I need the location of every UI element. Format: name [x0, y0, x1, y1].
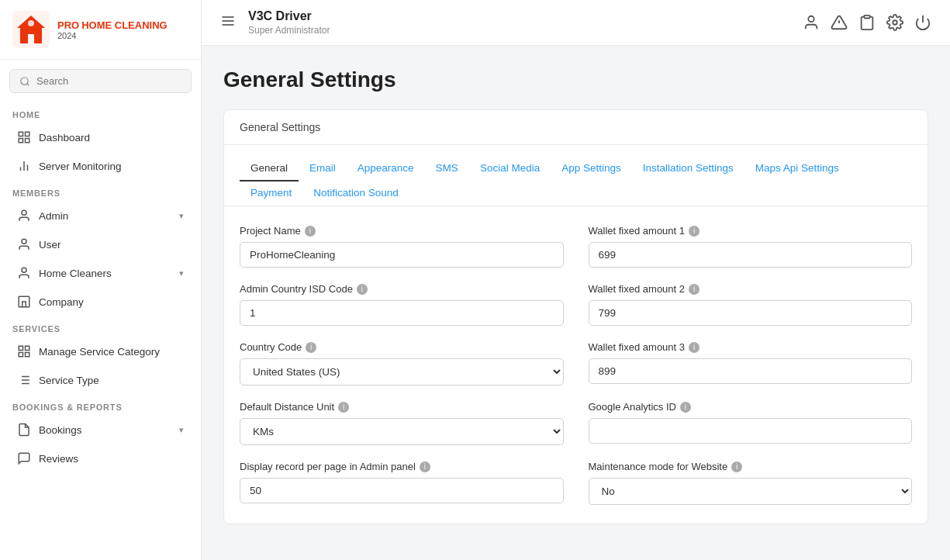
tab-email[interactable]: Email: [299, 156, 347, 181]
sidebar-item-bookings[interactable]: Bookings ▾: [5, 416, 196, 444]
user-icon[interactable]: [803, 14, 820, 31]
info-icon[interactable]: i: [689, 342, 700, 353]
section-label-members: MEMBERS: [0, 181, 201, 201]
building-icon: [17, 295, 31, 309]
svg-rect-5: [19, 132, 22, 136]
input-wallet-fixed-amount-2[interactable]: [589, 300, 913, 326]
search-bar[interactable]: [9, 69, 192, 93]
sidebar-item-admin[interactable]: Admin ▾: [5, 202, 196, 230]
settings-icon[interactable]: [886, 14, 903, 31]
select-maintenance-mode[interactable]: NoYes: [589, 478, 913, 505]
sidebar-item-reviews[interactable]: Reviews: [5, 444, 196, 472]
input-wallet-fixed-amount-1[interactable]: [589, 242, 913, 268]
header: V3C Driver Super Administrator: [202, 0, 950, 46]
svg-point-29: [808, 16, 814, 22]
search-icon: [19, 76, 30, 87]
svg-rect-6: [26, 132, 29, 136]
person-icon: [17, 209, 31, 223]
sidebar-nav: HOME Dashboard Server Monitoring MEMBERS…: [0, 102, 201, 473]
logo: PRO HOME CLEANING 2024: [0, 0, 201, 60]
menu-icon: [220, 13, 236, 29]
chevron-down-icon: ▾: [179, 425, 184, 435]
select-default-distance-unit[interactable]: KMsMiles: [240, 418, 564, 445]
page-title: General Settings: [223, 67, 928, 92]
info-icon[interactable]: i: [689, 226, 700, 237]
info-icon[interactable]: i: [689, 284, 700, 295]
chevron-down-icon: ▾: [179, 211, 184, 221]
label-google-analytics-id: Google Analytics IDi: [589, 401, 913, 413]
hamburger-button[interactable]: [220, 13, 236, 33]
grid-icon: [17, 344, 31, 358]
sidebar-item-label-server-monitoring: Server Monitoring: [39, 161, 122, 172]
sidebar-item-dashboard[interactable]: Dashboard: [5, 123, 196, 151]
search-input[interactable]: [36, 75, 181, 87]
info-icon[interactable]: i: [420, 461, 430, 472]
label-wallet-fixed-amount-1: Wallet fixed amount 1i: [589, 225, 913, 237]
select-country-code[interactable]: United States (US)United Kingdom (GB)Can…: [240, 358, 564, 385]
page-content: General Settings General Settings Genera…: [202, 46, 950, 560]
chevron-down-icon: ▾: [179, 268, 184, 278]
sidebar-item-server-monitoring[interactable]: Server Monitoring: [5, 152, 196, 180]
logo-year: 2024: [57, 31, 168, 40]
label-country-code: Country Codei: [240, 341, 564, 353]
info-icon[interactable]: i: [305, 226, 316, 237]
form-group-display-record-per-page: Display record per page in Admin paneli: [240, 461, 564, 505]
tab-maps-api-settings[interactable]: Maps Api Settings: [744, 156, 850, 181]
sidebar-item-label-user: User: [39, 239, 61, 251]
sidebar-item-service-type[interactable]: Service Type: [5, 366, 196, 394]
tab-social-media[interactable]: Social Media: [469, 156, 551, 181]
section-label-home: HOME: [0, 102, 201, 123]
person-icon: [17, 266, 31, 280]
svg-rect-17: [26, 346, 29, 350]
info-icon[interactable]: i: [357, 284, 368, 295]
svg-rect-32: [864, 16, 869, 19]
chat-icon: [17, 451, 31, 465]
svg-point-33: [893, 20, 897, 25]
sidebar-item-company[interactable]: Company: [5, 288, 196, 316]
grid-icon: [17, 130, 31, 144]
input-display-record-per-page[interactable]: [240, 478, 564, 503]
label-wallet-fixed-amount-3: Wallet fixed amount 3i: [589, 341, 913, 353]
form-group-project-name: Project Namei: [240, 225, 564, 268]
sidebar-item-label-reviews: Reviews: [39, 453, 78, 465]
info-icon[interactable]: i: [680, 402, 691, 413]
tab-app-settings[interactable]: App Settings: [551, 156, 632, 181]
form-group-wallet-fixed-amount-2: Wallet fixed amount 2i: [589, 283, 913, 326]
power-icon[interactable]: [914, 14, 931, 31]
info-icon[interactable]: i: [306, 342, 316, 353]
form-group-wallet-fixed-amount-3: Wallet fixed amount 3i: [589, 341, 913, 385]
label-admin-country-isd-code: Admin Country ISD Codei: [240, 283, 564, 295]
input-project-name[interactable]: [240, 242, 564, 268]
svg-rect-7: [19, 139, 22, 143]
svg-point-2: [28, 20, 34, 26]
tab-sms[interactable]: SMS: [425, 156, 469, 181]
info-icon[interactable]: i: [731, 461, 742, 472]
form-area: Project NameiWallet fixed amount 1iAdmin…: [224, 206, 928, 524]
clipboard-icon[interactable]: [858, 14, 876, 31]
label-maintenance-mode: Maintenance mode for Websitei: [589, 461, 913, 472]
tab-installation-settings[interactable]: Installation Settings: [632, 156, 744, 181]
input-google-analytics-id[interactable]: [589, 418, 913, 444]
input-admin-country-isd-code[interactable]: [240, 300, 564, 326]
tab-general[interactable]: General: [240, 156, 299, 181]
sidebar-item-manage-service-category[interactable]: Manage Service Category: [5, 337, 196, 365]
tab-notification-sound[interactable]: Notification Sound: [302, 181, 409, 206]
input-wallet-fixed-amount-3[interactable]: [589, 358, 913, 384]
alert-icon[interactable]: [831, 14, 848, 31]
sidebar-item-home-cleaners[interactable]: Home Cleaners ▾: [5, 259, 196, 287]
file-icon: [17, 423, 31, 437]
svg-point-12: [22, 210, 26, 215]
svg-rect-18: [19, 353, 22, 357]
tab-payment[interactable]: Payment: [240, 181, 302, 206]
svg-rect-8: [26, 139, 29, 143]
svg-rect-19: [26, 353, 29, 357]
form-group-maintenance-mode: Maintenance mode for WebsiteiNoYes: [589, 461, 913, 505]
label-default-distance-unit: Default Distance Uniti: [240, 401, 564, 413]
sidebar-item-user[interactable]: User: [5, 230, 196, 258]
tab-appearance[interactable]: Appearance: [347, 156, 425, 181]
section-label-bookings-reports: BOOKINGS & REPORTS: [0, 395, 201, 415]
list-icon: [17, 373, 31, 387]
header-title-block: V3C Driver Super Administrator: [248, 9, 790, 36]
info-icon[interactable]: i: [338, 402, 349, 413]
form-group-admin-country-isd-code: Admin Country ISD Codei: [240, 283, 564, 326]
